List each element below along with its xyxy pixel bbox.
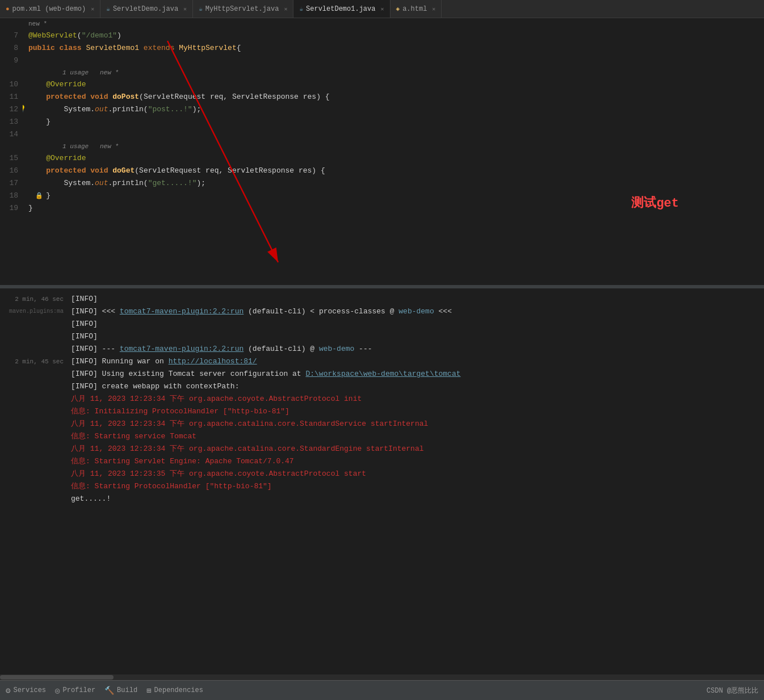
- tab-close-servletdemo[interactable]: ✕: [183, 6, 187, 12]
- console-line-4: [INFO] --- tomcat7-maven-plugin:2.2:run …: [68, 343, 764, 355]
- status-left: ⚙ Services ◎ Profiler 🔨 Build ⊞ Dependen…: [6, 686, 203, 695]
- code-line-10: @Override: [28, 78, 764, 91]
- tab-ahtml[interactable]: ◈ a.html ✕: [391, 0, 442, 18]
- dependencies-icon: ⊞: [146, 686, 151, 695]
- dependencies-button[interactable]: ⊞ Dependencies: [146, 686, 203, 695]
- scrollbar-thumb[interactable]: [0, 675, 114, 680]
- tab-pom-xml[interactable]: ● pom.xml (web-demo) ✕: [0, 0, 100, 18]
- build-label: Build: [117, 686, 137, 694]
- services-button[interactable]: ⚙ Services: [6, 686, 46, 695]
- console-plugin-1: maven.plugins:ma: [5, 305, 64, 318]
- console-line-3: [INFO]: [68, 330, 764, 343]
- code-line-16: ▸ protected void doGet(ServletRequest re…: [28, 165, 764, 177]
- build-button[interactable]: 🔨 Build: [104, 686, 137, 695]
- tab-label-servletdemo1: ServletDemo1.java: [306, 5, 375, 13]
- console-line-2: [INFO]: [68, 318, 764, 330]
- console-area: 2 min, 46 sec maven.plugins:ma 2 min, 45…: [0, 288, 764, 674]
- console-line-8: 八月 11, 2023 12:23:34 下午 org.apache.coyot…: [68, 393, 764, 405]
- console-line-10: 八月 11, 2023 12:23:34 下午 org.apache.catal…: [68, 418, 764, 430]
- tab-servletdemo[interactable]: ☕ ServletDemo.java ✕: [100, 0, 193, 18]
- console-line-0: [INFO]: [68, 293, 764, 305]
- lightbulb-icon: 💡: [23, 103, 26, 116]
- console-line-16: get.....!: [68, 493, 764, 505]
- tab-servletdemo1[interactable]: ☕ ServletDemo1.java ✕: [293, 0, 390, 18]
- console-line-12: 八月 11, 2023 12:23:34 下午 org.apache.catal…: [68, 443, 764, 455]
- console-line-6: [INFO] Using existing Tomcat server conf…: [68, 368, 764, 380]
- console-line-5: [INFO] Running war on http://localhost:8…: [68, 355, 764, 368]
- code-line-14: [28, 128, 764, 141]
- tab-myhttpservlet[interactable]: ☕ MyHttpServlet.java ✕: [193, 0, 293, 18]
- console-line-15: 信息: Starting ProtocolHandler ["http-bio-…: [68, 480, 764, 493]
- services-icon: ⚙: [6, 686, 10, 695]
- tab-close-servletdemo1[interactable]: ✕: [380, 6, 384, 12]
- build-icon: 🔨: [104, 686, 114, 695]
- tab-icon-servletdemo1: ☕: [299, 5, 303, 12]
- meta-hint-1: 1 usage new *: [28, 67, 764, 78]
- console-line-11: 信息: Starting service Tomcat: [68, 430, 764, 443]
- console-line-1: [INFO] <<< tomcat7-maven-plugin:2.2:run …: [68, 305, 764, 318]
- code-line-17: System.out.println("get.....!");: [28, 177, 764, 190]
- code-line-9: [28, 55, 764, 67]
- console-time-2: 2 min, 45 sec: [5, 355, 64, 368]
- profiler-button[interactable]: ◎ Profiler: [55, 686, 95, 695]
- console-line-7: [INFO] create webapp with contextPath:: [68, 380, 764, 393]
- console-line-13: 信息: Starting Servlet Engine: Apache Tomc…: [68, 455, 764, 468]
- horizontal-scrollbar[interactable]: [0, 674, 764, 680]
- tab-label-ahtml: a.html: [402, 5, 427, 13]
- tab-close-pom[interactable]: ✕: [91, 6, 94, 12]
- code-line-7: @WebServlet("/demo1"): [28, 30, 764, 42]
- tab-label-myhttpservlet: MyHttpServlet.java: [205, 5, 279, 13]
- console-line-9: 信息: Initializing ProtocolHandler ["http-…: [68, 405, 764, 418]
- csdn-label: CSDN @恶熊比比: [707, 686, 758, 695]
- gutter-lock-18: 🔒: [35, 192, 43, 199]
- new-label: new *: [28, 18, 764, 30]
- status-bar: ⚙ Services ◎ Profiler 🔨 Build ⊞ Dependen…: [0, 680, 764, 700]
- cn-annotation: 测试get: [631, 194, 679, 211]
- console-output: [INFO] [INFO] <<< tomcat7-maven-plugin:2…: [68, 288, 764, 674]
- meta-hint-2: 1 usage new *: [28, 141, 764, 152]
- tab-close-ahtml[interactable]: ✕: [432, 6, 435, 12]
- code-line-8: public class ServletDemo1 extends MyHttp…: [28, 42, 764, 55]
- tab-label-servletdemo: ServletDemo.java: [113, 5, 178, 13]
- tab-icon-ahtml: ◈: [396, 5, 400, 12]
- code-line-13: }: [28, 116, 764, 128]
- line-numbers: 7 8 9 10 11 12 13 14 15 16 17 18 19: [0, 18, 23, 285]
- code-line-12: 💡 System.out.println("post...!");: [28, 103, 764, 116]
- tab-close-myhttpservlet[interactable]: ✕: [284, 6, 287, 12]
- services-label: Services: [13, 686, 46, 694]
- console-time-1: 2 min, 46 sec: [5, 293, 64, 305]
- console-gutter: 2 min, 46 sec maven.plugins:ma 2 min, 45…: [0, 288, 68, 674]
- code-line-11: ▸ protected void doPost(ServletRequest r…: [28, 91, 764, 103]
- tab-label-pom: pom.xml (web-demo): [12, 5, 86, 13]
- tab-icon-pom: ●: [6, 6, 10, 12]
- code-line-15: @Override: [28, 152, 764, 165]
- code-content: new * @WebServlet("/demo1") public class…: [23, 18, 764, 285]
- editor-area: 7 8 9 10 11 12 13 14 15 16 17 18 19 new …: [0, 18, 764, 285]
- dependencies-label: Dependencies: [154, 686, 203, 694]
- tab-bar: ● pom.xml (web-demo) ✕ ☕ ServletDemo.jav…: [0, 0, 764, 18]
- console-line-14: 八月 11, 2023 12:23:35 下午 org.apache.coyot…: [68, 468, 764, 480]
- profiler-icon: ◎: [55, 686, 60, 695]
- tab-icon-servletdemo: ☕: [106, 5, 110, 12]
- tab-icon-myhttpservlet: ☕: [199, 5, 203, 12]
- profiler-label: Profiler: [62, 686, 95, 694]
